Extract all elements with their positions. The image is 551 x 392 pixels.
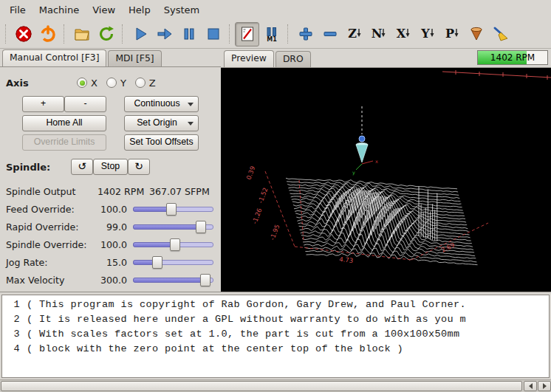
chevron-down-icon	[188, 122, 194, 125]
toggle-optional-stop-button[interactable]: M1	[259, 22, 284, 47]
feed-override-slider[interactable]	[133, 203, 213, 216]
run-button[interactable]	[128, 22, 152, 47]
gremlin-3d-preview[interactable]: 0.39 -1.52 -1.26 -1.95 4.73 2.69 x y	[221, 68, 551, 292]
chevron-down-icon	[188, 103, 194, 106]
spindle-override-label: Spindle Override:	[6, 239, 97, 250]
rotate-view-button[interactable]	[464, 22, 488, 47]
zoom-in-button[interactable]	[293, 22, 318, 47]
axis-radio-z[interactable]	[135, 78, 146, 88]
spindle-forward-button[interactable]: ↻	[128, 159, 150, 175]
view-z-rotated-button[interactable]: N	[366, 22, 391, 47]
menu-view[interactable]: View	[86, 1, 122, 18]
line-text: ( block with the zero point at the cente…	[27, 342, 403, 357]
spindle-stop-button[interactable]: Stop	[93, 159, 128, 175]
spindle-rpm-meter: 1402 RPM	[477, 50, 548, 65]
jog-rate-slider[interactable]	[133, 256, 213, 269]
machine-power-button[interactable]	[35, 22, 60, 47]
view-x-icon: X	[394, 25, 412, 43]
clear-plot-button[interactable]	[488, 22, 513, 47]
home-all-button[interactable]: Home All	[22, 115, 106, 131]
gcode-listing: 1( This program is copyright of Rab Gord…	[0, 292, 551, 392]
axis-radio-y[interactable]	[106, 78, 117, 88]
jog-plus-button[interactable]: +	[22, 96, 64, 112]
jog-mode-dropdown[interactable]: Continuous	[124, 96, 199, 112]
menu-file[interactable]: File	[3, 1, 32, 18]
gcode-text-area[interactable]: 1( This program is copyright of Rab Gord…	[1, 295, 550, 378]
rapid-override-label: Rapid Override:	[6, 221, 97, 233]
rapid-override-slider[interactable]	[133, 221, 213, 233]
slider-handle[interactable]	[166, 203, 177, 216]
slider-handle[interactable]	[170, 238, 180, 251]
toolpath-plot: 0.39 -1.52 -1.26 -1.95 4.73 2.69 x y	[221, 68, 551, 292]
slider-handle[interactable]	[152, 256, 162, 269]
max-velocity-value: 300.0	[97, 275, 127, 286]
feed-override-value: 100.0	[97, 204, 127, 215]
gcode-line: 4( block with the zero point at the cent…	[2, 342, 549, 357]
step-button[interactable]	[152, 22, 177, 47]
line-text: ( With scales factors set at 1.0, the pa…	[27, 327, 460, 342]
set-origin-dropdown[interactable]: Set Origin	[124, 115, 199, 131]
reload-button[interactable]	[94, 22, 118, 47]
stop-button[interactable]	[201, 22, 225, 47]
toolbar-separator	[64, 24, 66, 44]
toolbar-separator	[287, 24, 290, 44]
arrow-left-icon	[529, 383, 533, 389]
view-x-button[interactable]: X	[391, 22, 415, 47]
view-perspective-button[interactable]: P	[439, 22, 464, 47]
slider-fill	[133, 278, 205, 283]
abort-button[interactable]	[11, 22, 35, 47]
toolbar-grip	[5, 24, 7, 44]
scroll-right-button[interactable]	[538, 381, 551, 391]
run-icon	[131, 25, 149, 43]
tool-cone: x y	[352, 106, 378, 176]
view-y-button[interactable]: Y	[415, 22, 439, 47]
spindle-override-slider[interactable]	[133, 238, 213, 251]
rapid-override-value: 99.0	[97, 221, 127, 233]
axis-row: Axis X Y Z	[0, 75, 221, 91]
svg-text:X: X	[396, 27, 405, 41]
tab-manual-control[interactable]: Manual Control [F3]	[2, 49, 106, 66]
arrow-right-icon	[543, 383, 547, 389]
clear-plot-icon	[492, 25, 510, 43]
override-limits-button[interactable]: Override Limits	[22, 134, 106, 151]
scroll-left-button[interactable]	[524, 381, 537, 391]
manual-control-panel: Manual Control [F3] MDI [F5] Axis X Y Z …	[0, 49, 221, 292]
horizontal-scrollbar[interactable]	[0, 379, 551, 392]
tab-preview[interactable]: Preview	[224, 50, 274, 67]
gcode-line: 1( This program is copyright of Rab Gord…	[2, 298, 549, 312]
axis-radio-y-label: Y	[120, 78, 126, 89]
rotate-ccw-icon: ↺	[78, 160, 86, 172]
scrollbar-thumb[interactable]	[1, 381, 522, 391]
tab-dro[interactable]: DRO	[276, 51, 311, 67]
zoom-out-button[interactable]	[318, 22, 342, 47]
jog-minus-button[interactable]: -	[64, 96, 106, 112]
set-tool-offsets-button[interactable]: Set Tool Offsets	[124, 134, 199, 151]
slider-handle[interactable]	[196, 221, 206, 233]
tab-mdi[interactable]: MDI [F5]	[108, 50, 161, 66]
open-file-icon	[73, 25, 91, 43]
zoom-out-icon	[321, 25, 339, 43]
axis-radio-z-label: Z	[149, 78, 156, 89]
toggle-skip-lines-button[interactable]	[235, 22, 259, 47]
optional-stop-icon: M1	[263, 25, 281, 43]
spindle-reverse-button[interactable]: ↺	[71, 159, 93, 175]
left-notebook-tabs: Manual Control [F3] MDI [F5]	[0, 49, 221, 67]
max-velocity-slider[interactable]	[133, 274, 213, 286]
gcode-line: 3( With scales factors set at 1.0, the p…	[2, 327, 549, 342]
slider-handle[interactable]	[200, 274, 211, 286]
spindle-override-row: Spindle Override: 100.0	[0, 235, 221, 253]
line-number: 2	[2, 312, 20, 327]
menu-system[interactable]: System	[157, 1, 206, 18]
skip-lines-icon	[239, 25, 256, 43]
spindle-sfpm-value: 367.07 SFPM	[149, 186, 210, 197]
dim-label: -1.95	[268, 224, 281, 241]
line-text: ( This program is copyright of Rab Gordo…	[27, 298, 466, 312]
menubar: File Machine View Help System	[0, 0, 551, 20]
open-file-button[interactable]	[69, 22, 94, 47]
menu-machine[interactable]: Machine	[32, 1, 86, 18]
menu-help[interactable]: Help	[122, 1, 157, 18]
axis-label: Axis	[6, 78, 77, 89]
axis-radio-x[interactable]	[77, 78, 87, 88]
view-z-button[interactable]: Z	[342, 22, 366, 47]
pause-button[interactable]	[177, 22, 201, 47]
